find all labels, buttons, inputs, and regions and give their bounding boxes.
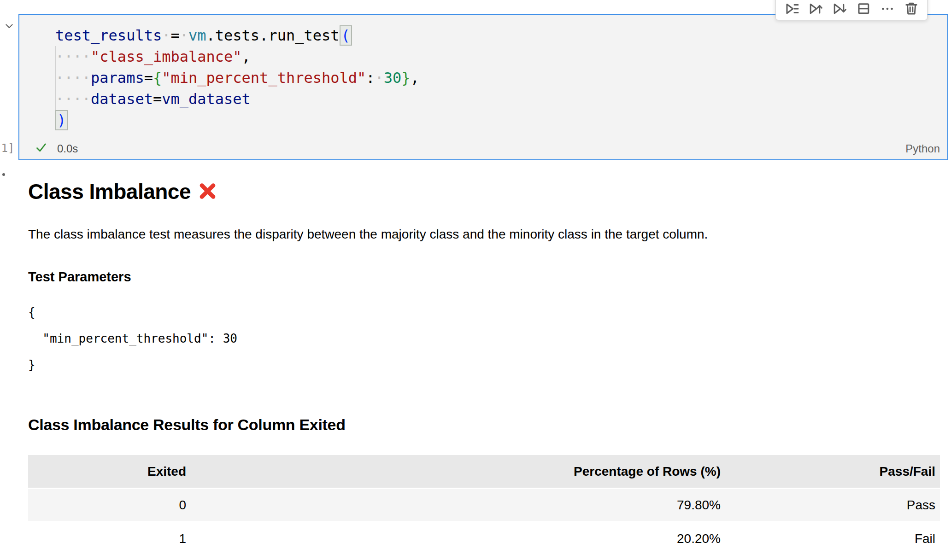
markdown-cell-indicator-dot [2, 173, 5, 176]
table-row: 120.20%Fail [28, 522, 940, 555]
cell-status-bar: 0.0s Python [19, 138, 947, 159]
code-line: test_results·=·vm.tests.run_test( [55, 25, 947, 46]
run-by-line-button[interactable] [781, 0, 802, 18]
code-line: ····"class_imbalance", [55, 46, 947, 67]
code-cell: test_results·=·vm.tests.run_test(····"cl… [18, 14, 948, 160]
table-cell: 79.80% [191, 489, 725, 522]
code-editor[interactable]: test_results·=·vm.tests.run_test(····"cl… [19, 15, 947, 138]
table-cell: Pass [725, 489, 940, 522]
success-check-icon [35, 141, 47, 157]
results-table: ExitedPercentage of Rows (%)Pass/Fail 07… [28, 455, 940, 555]
test-parameters-code-block: { "min_percent_threshold": 30 } [28, 299, 940, 378]
split-cell-button[interactable] [853, 0, 874, 18]
execute-above-cells-icon [808, 1, 823, 18]
table-column-header: Exited [28, 455, 191, 489]
results-heading: Class Imbalance Results for Column Exite… [28, 416, 940, 434]
code-line: ····params={"min_percent_threshold":·30}… [55, 67, 947, 88]
table-column-header: Percentage of Rows (%) [191, 455, 725, 489]
table-cell: 20.20% [191, 522, 725, 555]
execution-count: [1] [0, 142, 14, 155]
result-title: Class Imbalance [28, 180, 940, 204]
execute-above-cells-button[interactable] [805, 0, 826, 18]
cross-mark-icon [198, 182, 217, 200]
delete-cell-icon [904, 1, 919, 18]
test-description: The class imbalance test measures the di… [28, 225, 940, 244]
table-cell: Fail [725, 522, 940, 555]
table-header-row: ExitedPercentage of Rows (%)Pass/Fail [28, 455, 940, 489]
run-by-line-icon [784, 1, 799, 18]
table-column-header: Pass/Fail [725, 455, 940, 489]
more-actions-button[interactable] [877, 0, 898, 18]
execute-cell-and-below-button[interactable] [829, 0, 850, 18]
cell-toolbar [775, 0, 928, 20]
test-parameters-heading: Test Parameters [28, 269, 940, 285]
markdown-output: Class Imbalance The class imbalance test… [28, 170, 940, 555]
chevron-down-icon[interactable] [4, 20, 15, 33]
code-line: ····dataset=vm_dataset [55, 88, 947, 110]
execution-duration: 0.0s [57, 142, 78, 155]
more-actions-icon [880, 1, 895, 18]
split-cell-icon [856, 1, 871, 18]
table-row: 079.80%Pass [28, 489, 940, 522]
cell-language-label[interactable]: Python [905, 142, 940, 155]
notebook-screen: [1] test_results·=·vm.tests.run_test(···… [0, 0, 951, 560]
table-cell: 1 [28, 522, 191, 555]
execute-cell-and-below-icon [832, 1, 847, 18]
code-line: ) [55, 110, 947, 131]
result-title-text: Class Imbalance [28, 180, 191, 204]
delete-cell-button[interactable] [901, 0, 922, 18]
table-cell: 0 [28, 489, 191, 522]
